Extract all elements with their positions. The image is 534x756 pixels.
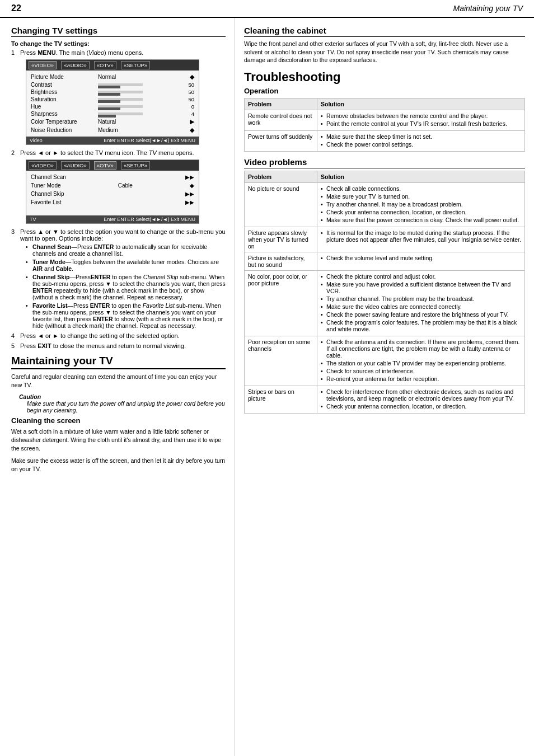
list-item: Make sure your TV is turned on. [321, 193, 521, 200]
list-item: Try another channel. The problem may be … [321, 295, 521, 302]
maintaining-tv-body: Careful and regular cleaning can extend … [11, 373, 226, 389]
channel-scan-icon: ▶▶ [185, 174, 194, 180]
list-item: Check the volume level and mute setting. [321, 255, 521, 261]
list-item: Check the power control settings. [321, 141, 521, 148]
power-turns-off-solution: Make sure that the sleep timer is not se… [317, 131, 525, 152]
maintaining-tv-section: Maintaining your TV Careful and regular … [11, 355, 226, 473]
tuner-mode-row: Tuner Mode Cable ◆ [31, 181, 194, 190]
cleaning-screen-body2: Make sure the excess water is off the sc… [11, 457, 226, 473]
tv-menu-footer: TV Enter ENTER Select(◄►/◄) Exit MENU [26, 215, 199, 223]
cleaning-cabinet-body: Wipe the front panel and other exterior … [244, 40, 525, 64]
table-row: Picture appears slowly when your TV is t… [245, 227, 525, 252]
step-1: 1 Press MENU. The main (Video) menu open… [11, 49, 226, 145]
operation-heading: Operation [244, 87, 525, 95]
favorite-list-row: Favorite List ▶▶ [31, 198, 194, 206]
channel-scan-item: Channel Scan—Press ENTER to automaticall… [26, 243, 226, 257]
step-5: 5 Press EXIT to close the menus and retu… [11, 342, 226, 349]
step-1-italic: Video [88, 49, 104, 56]
page-header: 22 Maintaining your TV [0, 0, 534, 18]
left-column: Changing TV settings To change the TV se… [0, 18, 235, 756]
list-item: Try another channel. It may be a broadca… [321, 201, 521, 208]
no-color-problem: No color, poor color, or poor picture [245, 271, 317, 336]
list-item: Check the program's color features. The … [321, 319, 521, 332]
page-header-title: Maintaining your TV [453, 4, 523, 13]
caution-label: Caution [19, 393, 41, 400]
steps-list: 1 Press MENU. The main (Video) menu open… [11, 49, 226, 349]
table-row: No picture or sound Check all cable conn… [245, 183, 525, 227]
video-col-problem: Problem [245, 171, 317, 183]
table-row: Stripes or bars on picture Check for int… [245, 386, 525, 414]
sharpness-row: Sharpness 4 [31, 110, 194, 118]
video-problems-table-body: No picture or sound Check all cable conn… [245, 183, 525, 414]
brightness-row: Brightness 50 [31, 88, 194, 96]
video-problems-table-head: Problem Solution [245, 171, 525, 183]
table-row: Power turns off suddenly Make sure that … [245, 131, 525, 152]
no-picture-sound-problem: No picture or sound [245, 183, 317, 227]
caution-text: Make sure that you turn the power off an… [27, 400, 226, 414]
video-tab: «VIDEO» [29, 61, 57, 69]
otv-tab: «OTV» [94, 61, 116, 69]
caution-block: Caution Make sure that you turn the powe… [19, 393, 226, 414]
video-col-solution: Solution [317, 171, 525, 183]
favorite-list-icon: ▶▶ [185, 199, 194, 205]
audio-tab: «AUDIO» [61, 61, 90, 69]
changing-tv-settings-heading: Changing TV settings [11, 26, 226, 37]
step-5-text: Press EXIT to close the menus and return… [20, 342, 186, 349]
step-2-italic: TV [149, 149, 157, 156]
step-3-sub-steps: Channel Scan—Press ENTER to automaticall… [20, 243, 226, 329]
list-item: Remove obstacles between the remote cont… [321, 112, 521, 119]
cleaning-screen-section: Cleaning the screen Wet a soft cloth in … [11, 416, 226, 473]
picture-appears-slowly-problem: Picture appears slowly when your TV is t… [245, 227, 317, 252]
list-item: Check for interference from other electr… [321, 388, 521, 402]
picture-mode-icon: ◆ [190, 73, 194, 81]
right-column: Cleaning the cabinet Wipe the front pane… [235, 18, 534, 756]
channel-skip-icon: ▶▶ [185, 191, 194, 197]
noise-reduction-row: Noise Reduction Medium ◆ [31, 126, 194, 134]
color-temp-row: Color Temperature Natural ▶ [31, 118, 194, 126]
saturation-row: Saturation 50 [31, 96, 194, 103]
tv-setup-tab: «SETUP» [121, 161, 150, 170]
video-menu-footer: Video Enter ENTER Select(◄►/◄) Exit MENU [26, 137, 199, 144]
list-item: Check your antenna connection, location,… [321, 403, 521, 410]
list-item: Make sure you have provided a sufficient… [321, 281, 521, 294]
tv-audio-tab: «AUDIO» [61, 161, 90, 170]
video-menu-tabs: «VIDEO» «AUDIO» «OTV» «SETUP» [26, 60, 199, 71]
video-problems-heading: Video problems [244, 157, 525, 168]
table-row: Remote control does not work Remove obst… [245, 110, 525, 131]
no-color-solution: Check the picture control and adjust col… [317, 271, 525, 336]
main-content: Changing TV settings To change the TV se… [0, 18, 534, 756]
list-item: Make sure the video cables are connected… [321, 303, 521, 310]
video-problems-table: Problem Solution No picture or sound Che… [244, 171, 525, 414]
table-row: Poor reception on some channels Check th… [245, 336, 525, 386]
list-item: The station or your cable TV provider ma… [321, 360, 521, 367]
table-row: Picture is satisfactory, but no sound Ch… [245, 252, 525, 271]
table-row: No color, poor color, or poor picture Ch… [245, 271, 525, 336]
favorite-list-item: Favorite List—Press ENTER to open the Fa… [26, 302, 226, 329]
step-3: 3 Press ▲ or ▼ to select the option you … [11, 228, 226, 329]
step-2-text: Press ◄ or ► to select the TV menu icon.… [20, 149, 194, 156]
cleaning-cabinet-heading: Cleaning the cabinet [244, 26, 525, 37]
video-footer-instructions: Enter ENTER Select(◄►/◄) Exit MENU [104, 138, 195, 143]
no-picture-sound-solution: Check all cable connections. Make sure y… [317, 183, 525, 227]
remote-control-solution: Remove obstacles between the remote cont… [317, 110, 525, 131]
hue-row: Hue 0 [31, 103, 194, 110]
step-4: 4 Press ◄ or ► to change the setting of … [11, 332, 226, 339]
video-footer-label: Video [30, 138, 43, 143]
troubleshooting-heading: Troubleshooting [244, 70, 525, 84]
list-item: Re-orient your antenna for better recept… [321, 375, 521, 382]
poor-reception-solution: Check the antenna and its connection. If… [317, 336, 525, 386]
tv-footer-label: TV [30, 217, 36, 222]
remote-control-problem: Remote control does not work [245, 110, 317, 131]
list-item: Make sure that the power connection is o… [321, 217, 521, 223]
color-temp-icon: ▶ [190, 118, 194, 125]
operation-subsection: Operation Problem Solution Remote contro… [244, 87, 525, 152]
tv-menu-rows: Channel Scan ▶▶ Tuner Mode Cable ◆ [26, 171, 199, 215]
video-menu-rows: Picture Mode Normal ◆ Contrast 50 [26, 71, 199, 137]
tv-menu-mockup: «VIDEO» «AUDIO» «OTV» «SETUP» Channel Sc… [26, 159, 199, 224]
video-menu-mockup: «VIDEO» «AUDIO» «OTV» «SETUP» Picture Mo… [26, 59, 199, 145]
video-problems-subsection: Video problems Problem Solution No pictu… [244, 157, 525, 414]
picture-appears-slowly-solution: It is normal for the image to be muted d… [317, 227, 525, 252]
step-3-text: Press ▲ or ▼ to select the option you wa… [20, 228, 226, 242]
list-item: Check the picture control and adjust col… [321, 273, 521, 280]
operation-table-head: Problem Solution [245, 98, 525, 110]
